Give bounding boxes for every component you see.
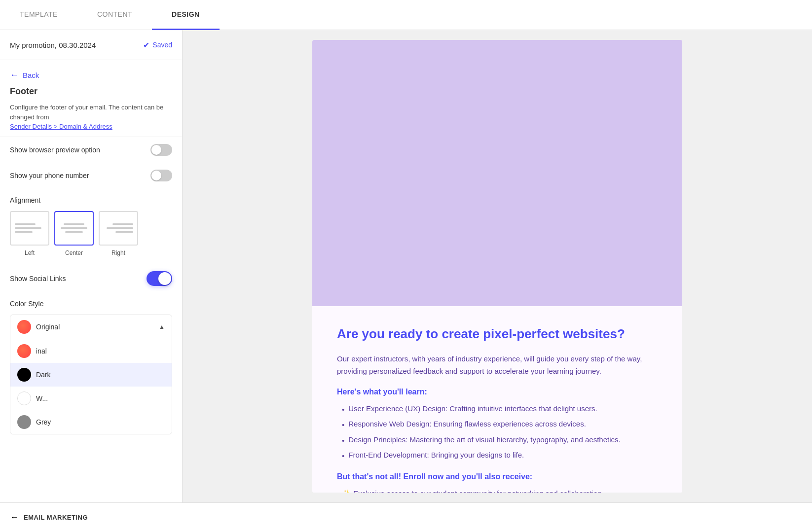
top-nav: TEMPLATE CONTENT DESIGN [0, 0, 812, 30]
email-body: Are you ready to create pixel-perfect we… [312, 306, 682, 493]
email-subheading1: Here's what you'll learn: [337, 388, 658, 396]
color-style-label: Color Style [10, 300, 172, 308]
bullet-icon: • [342, 403, 344, 416]
chevron-up-icon: ▲ [159, 323, 165, 330]
list-item-1-text: User Experience (UX) Design: Crafting in… [348, 402, 597, 415]
sidebar: My promotion, 08.30.2024 ✔ Saved ← Back … [0, 30, 183, 502]
align-label-center: Center [65, 249, 83, 256]
bottom-nav-label: EMAIL MARKETING [24, 514, 88, 521]
toggle-social-links[interactable] [147, 271, 172, 286]
sidebar-header: ← Back Footer Configure the footer of yo… [0, 60, 182, 137]
bullet-icon: • [342, 450, 344, 462]
email-para: Our expert instructors, with years of in… [337, 353, 658, 378]
color-option-original[interactable]: inal [10, 339, 172, 363]
list-item-1: • User Experience (UX) Design: Crafting … [342, 402, 658, 416]
color-option-name-white: W... [36, 394, 48, 402]
toggle-phone[interactable] [150, 170, 172, 181]
email-list2: ✨ Exclusive access to our student commun… [337, 487, 658, 493]
color-name-original: Original [36, 323, 60, 331]
align-label-right: Right [111, 249, 125, 256]
back-arrow-bottom-icon: ← [10, 512, 19, 523]
toggle-social-links-row: Show Social Links [0, 264, 182, 293]
color-swatch-dark [17, 368, 31, 382]
color-swatch-grey [17, 415, 31, 429]
footer-section-title: Footer [10, 86, 172, 97]
email-subheading2: But that's not all! Enroll now and you'l… [337, 472, 658, 481]
toggle-browser-preview-row: Show browser preview option [0, 137, 182, 163]
bullet-icon: • [342, 419, 344, 431]
align-box-left [10, 211, 49, 246]
main-layout: My promotion, 08.30.2024 ✔ Saved ← Back … [0, 30, 812, 502]
saved-label: Saved [152, 41, 172, 49]
color-option-white[interactable]: W... [10, 387, 172, 410]
toggle-browser-preview-label: Show browser preview option [10, 146, 100, 154]
color-swatch-original [17, 320, 31, 334]
tab-template[interactable]: TEMPLATE [0, 0, 77, 30]
email-list1: • User Experience (UX) Design: Crafting … [337, 402, 658, 462]
alignment-options: Left Center Right [10, 211, 172, 256]
alignment-section: Alignment Left Center [0, 188, 182, 264]
tab-design[interactable]: DESIGN [152, 0, 220, 30]
back-arrow-icon: ← [10, 70, 19, 80]
back-button[interactable]: ← Back [10, 70, 172, 80]
list2-item-1: ✨ Exclusive access to our student commun… [342, 487, 658, 493]
bullet-icon: • [342, 434, 344, 447]
email-hero-image [312, 40, 682, 306]
email-preview: Are you ready to create pixel-perfect we… [312, 40, 682, 493]
bottom-nav[interactable]: ← EMAIL MARKETING [0, 502, 812, 532]
preview-panel: Are you ready to create pixel-perfect we… [183, 30, 812, 502]
color-style-select[interactable]: Original ▲ inal Dark W... [10, 315, 172, 434]
list-item-2-text: Responsive Web Design: Ensuring flawless… [348, 418, 586, 430]
promo-title: My promotion, 08.30.2024 [10, 41, 96, 49]
color-option-dark[interactable]: Dark [10, 363, 172, 387]
toggle-browser-preview[interactable] [150, 144, 172, 156]
check-icon: ✔ [143, 40, 149, 50]
tab-content[interactable]: CONTENT [77, 0, 152, 30]
align-box-right [99, 211, 138, 246]
list-item-4: • Front-End Development: Bringing your d… [342, 449, 658, 462]
alignment-label: Alignment [10, 196, 172, 204]
promo-header: My promotion, 08.30.2024 ✔ Saved [0, 30, 182, 60]
list-item-2: • Responsive Web Design: Ensuring flawle… [342, 418, 658, 431]
toggle-social-links-label: Show Social Links [10, 275, 66, 283]
list-item-3-text: Design Principles: Mastering the art of … [348, 433, 620, 446]
align-option-center[interactable]: Center [54, 211, 94, 256]
color-dropdown: inal Dark W... Grey [10, 339, 172, 434]
footer-description: Configure the footer of your email. The … [10, 103, 172, 132]
list-item-3: • Design Principles: Mastering the art o… [342, 433, 658, 447]
color-select-header[interactable]: Original ▲ [10, 315, 172, 339]
color-option-grey[interactable]: Grey [10, 410, 172, 434]
color-swatch-original2 [17, 344, 31, 358]
toggle-phone-row: Show your phone number [0, 163, 182, 188]
list2-item-1-text: ✨ Exclusive access to our student commun… [342, 487, 604, 493]
saved-status: ✔ Saved [143, 40, 172, 50]
align-label-left: Left [25, 249, 35, 256]
toggle-phone-label: Show your phone number [10, 172, 89, 179]
align-option-right[interactable]: Right [99, 211, 138, 256]
back-label: Back [23, 71, 39, 79]
color-option-name-original: inal [36, 347, 47, 355]
align-box-center [54, 211, 94, 246]
color-option-name-dark: Dark [36, 371, 51, 379]
footer-link[interactable]: Sender Details > Domain & Address [10, 123, 112, 130]
align-option-left[interactable]: Left [10, 211, 49, 256]
list-item-4-text: Front-End Development: Bringing your des… [348, 449, 524, 461]
color-option-name-grey: Grey [36, 418, 51, 426]
color-swatch-white [17, 391, 31, 405]
email-heading: Are you ready to create pixel-perfect we… [337, 326, 658, 343]
color-style-section: Color Style Original ▲ inal [0, 293, 182, 441]
